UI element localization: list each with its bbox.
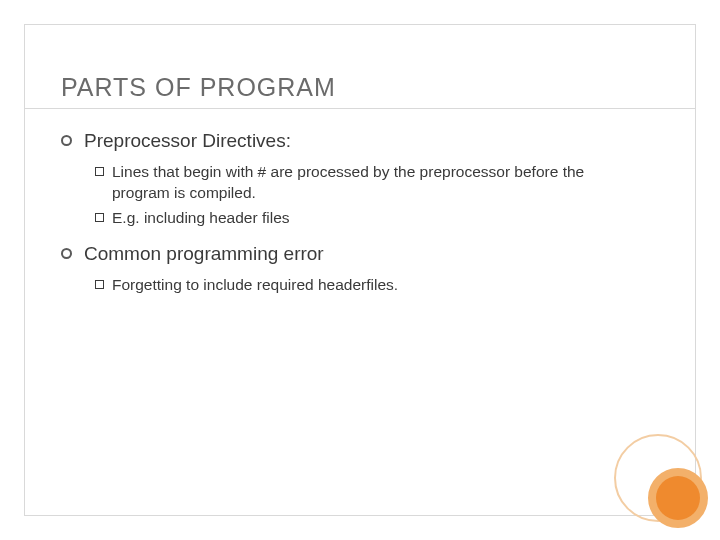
list-item: Lines that begin with # are processed by… <box>95 162 659 204</box>
sub-list: Forgetting to include required headerfil… <box>95 275 659 296</box>
donut-bullet-icon <box>61 248 72 259</box>
sub-label: Forgetting to include required headerfil… <box>112 275 398 296</box>
corner-decoration <box>612 432 702 522</box>
square-bullet-icon <box>95 167 104 176</box>
square-bullet-icon <box>95 280 104 289</box>
list-item: E.g. including header files <box>95 208 659 229</box>
list-item: Preprocessor Directives: <box>61 129 659 154</box>
list-item: Common programming error <box>61 242 659 267</box>
slide-frame: PARTS OF PROGRAM Preprocessor Directives… <box>24 24 696 516</box>
donut-bullet-icon <box>61 135 72 146</box>
sub-label: Lines that begin with # are processed by… <box>112 162 632 204</box>
bullet-label: Common programming error <box>84 242 324 267</box>
bullet-label: Preprocessor Directives: <box>84 129 291 154</box>
slide-title: PARTS OF PROGRAM <box>61 73 659 102</box>
sub-label: E.g. including header files <box>112 208 290 229</box>
title-underline <box>25 108 695 109</box>
deco-disc-icon <box>656 476 700 520</box>
square-bullet-icon <box>95 213 104 222</box>
list-item: Forgetting to include required headerfil… <box>95 275 659 296</box>
sub-list: Lines that begin with # are processed by… <box>95 162 659 229</box>
